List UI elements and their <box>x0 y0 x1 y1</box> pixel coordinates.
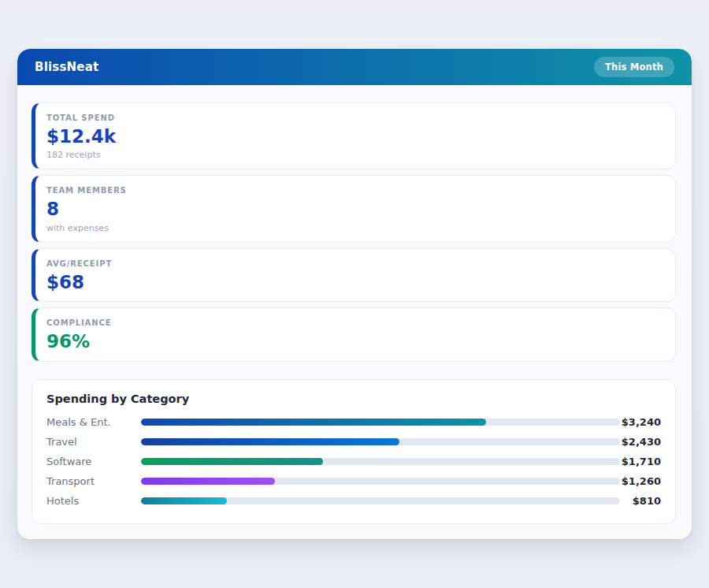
stat-card-total-spend: TOTAL SPEND $12.4k 182 receipts <box>32 102 676 169</box>
chart-row-meals: Meals & Ent. $3,240 <box>46 412 661 432</box>
value-label: $1,710 <box>620 456 661 467</box>
stat-card-avg-receipt: AVG/RECEIPT $68 <box>32 248 676 302</box>
stat-sub: 182 receipts <box>46 150 663 160</box>
bar-fill <box>141 478 275 485</box>
spending-by-category-chart: Spending by Category Meals & Ent. $3,240… <box>32 379 676 524</box>
value-label: $2,430 <box>620 436 661 448</box>
chart-row-hotels: Hotels $810 <box>46 491 661 511</box>
chart-row-transport: Transport $1,260 <box>46 471 661 491</box>
stat-label: COMPLIANCE <box>46 318 663 327</box>
bar-track <box>141 478 620 485</box>
stat-label: TEAM MEMBERS <box>46 186 663 195</box>
stat-card-compliance: COMPLIANCE 96% <box>32 307 676 361</box>
stat-value: $68 <box>46 272 663 292</box>
stat-label: TOTAL SPEND <box>46 114 663 122</box>
dashboard-panel: BlissNeat This Month TOTAL SPEND $12.4k … <box>17 49 692 539</box>
bar-track <box>141 497 620 504</box>
stat-label: AVG/RECEIPT <box>46 259 663 268</box>
category-label: Software <box>46 456 141 467</box>
bar-track <box>141 458 620 465</box>
bar-fill <box>141 458 323 465</box>
app-title: BlissNeat <box>35 60 98 74</box>
category-label: Travel <box>46 436 141 448</box>
category-label: Transport <box>46 475 141 487</box>
stat-value: 96% <box>46 331 663 352</box>
value-label: $1,260 <box>620 475 661 487</box>
bar-track <box>141 438 620 445</box>
chart-title: Spending by Category <box>46 393 661 405</box>
chart-row-travel: Travel $2,430 <box>46 432 661 452</box>
value-label: $810 <box>620 495 661 507</box>
category-label: Meals & Ent. <box>46 416 141 428</box>
bar-fill <box>141 419 486 426</box>
dashboard-content: TOTAL SPEND $12.4k 182 receipts TEAM MEM… <box>17 85 692 539</box>
app-header: BlissNeat This Month <box>17 49 692 85</box>
period-badge[interactable]: This Month <box>594 57 674 77</box>
chart-rows: Meals & Ent. $3,240 Travel $2,430 Softwa… <box>46 412 661 511</box>
bar-track <box>141 419 620 426</box>
stat-value: $12.4k <box>46 126 663 147</box>
bar-fill <box>141 438 399 445</box>
value-label: $3,240 <box>620 416 661 428</box>
category-label: Hotels <box>46 495 141 507</box>
stat-card-team-members: TEAM MEMBERS 8 with expenses <box>32 175 676 242</box>
bar-fill <box>141 497 227 504</box>
stat-sub: with expenses <box>46 223 663 233</box>
stat-value: 8 <box>46 199 663 219</box>
chart-row-software: Software $1,710 <box>46 452 661 471</box>
